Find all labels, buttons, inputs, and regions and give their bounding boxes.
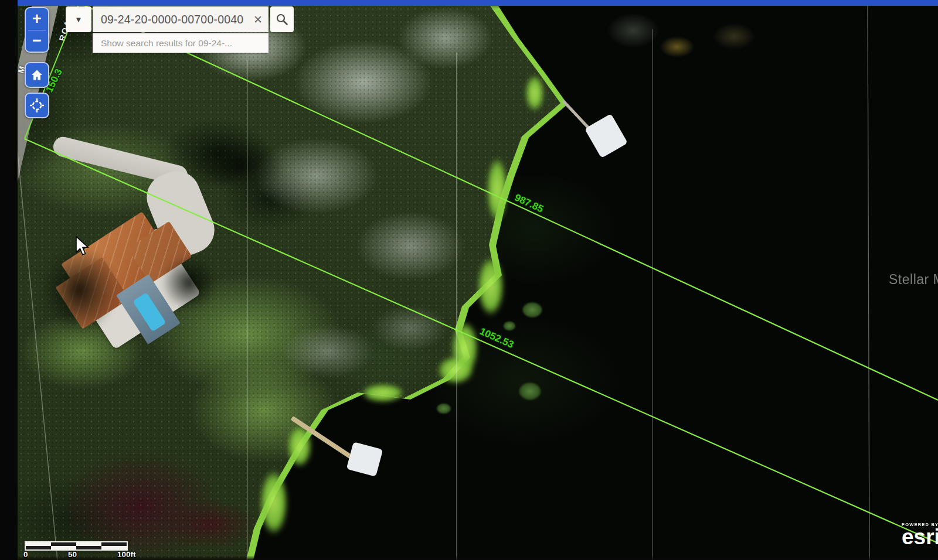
survey-lines-overlay: 150.3 987.85 1052.53 <box>18 6 938 560</box>
crosshair-icon <box>29 98 45 113</box>
window-top-bar <box>15 0 938 6</box>
search-submit-button[interactable] <box>270 6 294 32</box>
zoom-in-button[interactable]: + <box>26 8 48 30</box>
chevron-down-icon: ▼ <box>75 15 83 24</box>
photo-edge <box>0 556 938 560</box>
search-input[interactable]: 09-24-20-0000-00700-0040 ✕ <box>93 6 269 32</box>
zoom-out-button[interactable]: − <box>26 30 48 52</box>
magnifier-icon <box>276 13 288 26</box>
locate-button[interactable] <box>25 93 49 118</box>
clear-search-icon[interactable]: ✕ <box>250 13 263 26</box>
mouse-cursor-icon <box>75 236 89 256</box>
measurement-label-south: 1052.53 <box>478 326 515 350</box>
map-canvas[interactable]: 150.3 987.85 1052.53 ROAD M <box>18 6 938 560</box>
boundary-line-west <box>18 135 57 560</box>
gis-map-screen: 150.3 987.85 1052.53 ROAD M + − ▼ <box>0 0 938 560</box>
screen-bezel <box>0 0 18 560</box>
home-button[interactable] <box>25 62 49 88</box>
search-input-value[interactable]: 09-24-20-0000-00700-0040 <box>101 13 250 26</box>
zoom-widget: + − <box>25 7 49 53</box>
home-icon <box>30 68 44 82</box>
esri-logo: esri <box>902 528 938 546</box>
search-source-dropdown[interactable]: ▼ <box>66 6 91 32</box>
scale-bar-ruler <box>25 541 128 551</box>
section-line <box>868 6 869 560</box>
measurement-line-south <box>25 139 938 543</box>
mls-watermark: Stellar MLS <box>889 272 938 288</box>
powered-by-label: POWERED BY <box>902 522 938 527</box>
search-suggestion-item[interactable]: Show search results for 09-24-... <box>93 33 269 53</box>
esri-attribution: POWERED BY esri <box>902 522 938 546</box>
